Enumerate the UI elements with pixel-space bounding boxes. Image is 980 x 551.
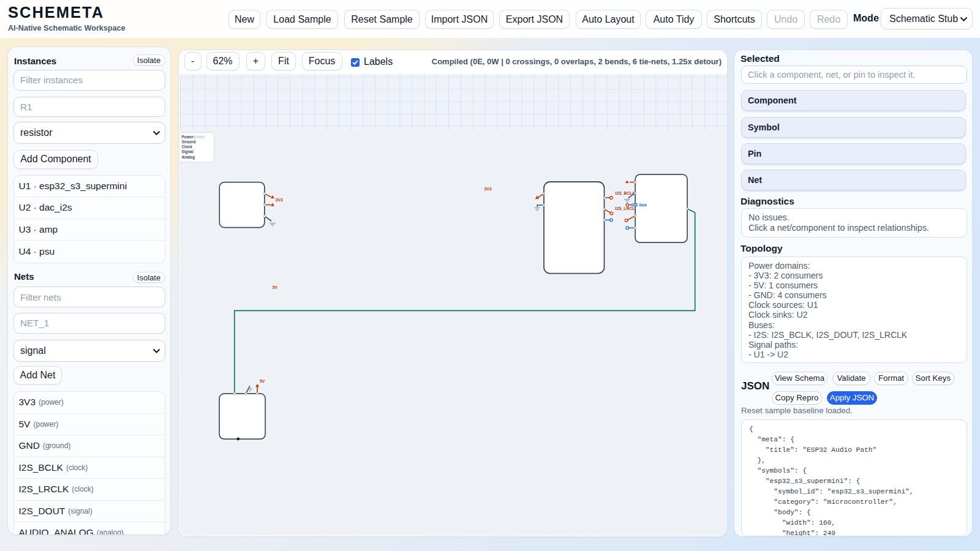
svg-text:I2S bus: I2S bus	[631, 203, 647, 207]
svg-text:chain: chain	[194, 135, 205, 139]
svg-text:Ground: Ground	[181, 140, 195, 144]
svg-text:5V: 5V	[272, 285, 277, 290]
svg-text:Clock: Clock	[181, 144, 192, 149]
svg-text:3V3: 3V3	[275, 198, 282, 202]
svg-text:5V: 5V	[260, 379, 265, 383]
svg-text:Analog: Analog	[181, 155, 195, 160]
svg-text:Power:: Power:	[181, 135, 194, 139]
svg-text:3V3: 3V3	[484, 187, 491, 191]
svg-text:Signal: Signal	[181, 149, 193, 154]
